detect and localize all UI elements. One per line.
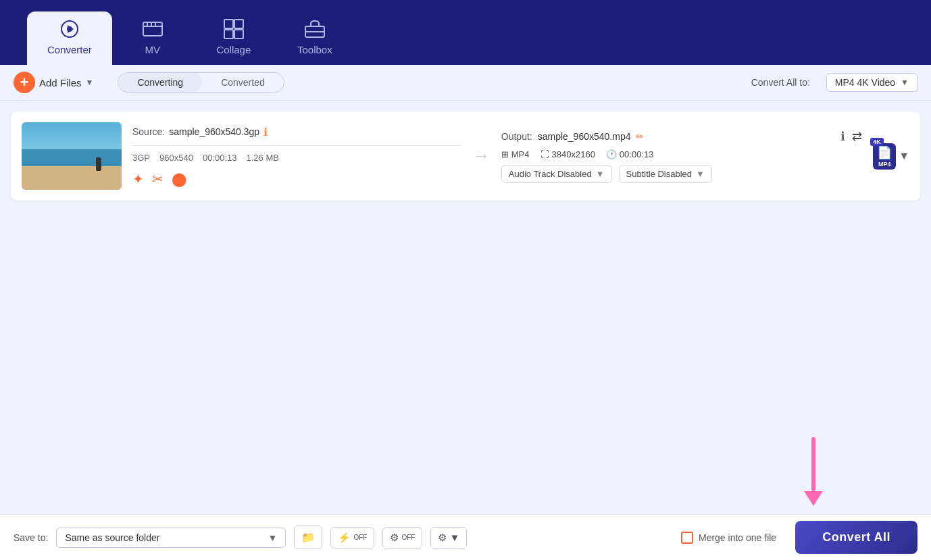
- svg-rect-11: [234, 30, 243, 39]
- source-info-icon[interactable]: ℹ: [263, 126, 268, 138]
- tab-toolbox[interactable]: Toolbox: [274, 11, 355, 65]
- file-list: Source: sample_960x540.3gp ℹ 3GP 960x540…: [0, 101, 931, 514]
- format-badge: 4K 📄 MP4: [873, 143, 896, 170]
- hardware-accel-label: OFF: [401, 534, 415, 541]
- tab-mv[interactable]: MV: [112, 11, 193, 65]
- file-duration: 00:00:13: [203, 153, 237, 163]
- file-card: Source: sample_960x540.3gp ℹ 3GP 960x540…: [11, 111, 920, 201]
- audio-subtitle-row: Audio Track Disabled ▼ Subtitle Disabled…: [501, 165, 862, 183]
- flash-off-label: OFF: [353, 534, 367, 541]
- svg-rect-8: [224, 20, 233, 28]
- svg-rect-3: [143, 22, 162, 36]
- source-divider: [132, 145, 461, 146]
- svg-point-2: [67, 26, 72, 32]
- subtitle-label: Subtitle Disabled: [626, 169, 693, 179]
- hardware-accel-button[interactable]: ⚙ OFF: [382, 527, 422, 549]
- output-format-icon: ⊞: [501, 149, 509, 159]
- main-wrapper: + Add Files ▼ Converting Converted Conve…: [0, 65, 931, 560]
- flash-off-icon: ⚡: [338, 532, 351, 544]
- tab-collage-label: Collage: [216, 44, 251, 55]
- save-to-label: Save to:: [14, 532, 48, 543]
- merge-label-text: Merge into one file: [699, 532, 776, 543]
- subtitle-dropdown[interactable]: Subtitle Disabled ▼: [619, 165, 712, 183]
- settings-button[interactable]: ⚙ ▼: [430, 527, 467, 549]
- output-resolution-icon: ⛶: [540, 149, 549, 159]
- convert-all-button[interactable]: Convert All: [795, 521, 917, 554]
- enhance-icon[interactable]: ✦: [132, 171, 144, 187]
- beach-figure: [96, 157, 101, 171]
- edit-output-icon[interactable]: ✏: [636, 131, 644, 142]
- beach-sea: [22, 149, 122, 166]
- audio-track-dropdown[interactable]: Audio Track Disabled ▼: [501, 165, 612, 183]
- merge-checkbox[interactable]: [681, 532, 693, 544]
- tab-converted[interactable]: Converted: [202, 73, 284, 92]
- format-select-label: MP4 4K Video: [835, 77, 895, 88]
- output-info-icon[interactable]: ℹ: [840, 129, 845, 144]
- toolbox-icon: [304, 18, 326, 40]
- beach-scene: [22, 122, 122, 190]
- svg-rect-9: [234, 20, 243, 28]
- tab-collage[interactable]: Collage: [193, 11, 274, 65]
- source-line: Source: sample_960x540.3gp ℹ: [132, 126, 461, 138]
- tab-mv-label: MV: [145, 44, 161, 55]
- file-size: 1.26 MB: [247, 153, 279, 163]
- converter-icon: [59, 18, 80, 40]
- save-to-dropdown[interactable]: Same as source folder ▼: [56, 528, 286, 548]
- output-duration-meta: 🕐 00:00:13: [606, 149, 654, 159]
- badge-4k-label: 4K: [870, 138, 884, 146]
- file-format: 3GP: [132, 153, 150, 163]
- source-name: sample_960x540.3gp: [169, 126, 259, 137]
- format-badge-container: 4K 📄 MP4 ▼: [873, 143, 909, 170]
- file-resolution: 960x540: [159, 153, 193, 163]
- output-duration-label: 00:00:13: [620, 149, 654, 159]
- tab-converter-label: Converter: [47, 44, 92, 55]
- convert-arrow-icon: →: [472, 145, 490, 167]
- beach-sand: [22, 166, 122, 190]
- badge-format-label: MP4: [878, 161, 891, 168]
- flash-off-button[interactable]: ⚡ OFF: [330, 527, 374, 549]
- format-select-dropdown[interactable]: MP4 4K Video ▼: [826, 73, 917, 92]
- merge-label[interactable]: Merge into one file: [681, 532, 776, 544]
- output-resolution-label: 3840x2160: [552, 149, 595, 159]
- add-files-button[interactable]: + Add Files ▼: [14, 72, 93, 93]
- format-select-arrow-icon: ▼: [901, 78, 909, 87]
- open-folder-button[interactable]: 📁: [294, 526, 322, 549]
- settings-gear-icon: ⚙: [438, 532, 447, 544]
- tab-toolbox-label: Toolbox: [297, 44, 332, 55]
- toolbar: + Add Files ▼ Converting Converted Conve…: [0, 65, 931, 101]
- save-to-arrow-icon: ▼: [268, 532, 278, 543]
- converting-converted-tabs: Converting Converted: [118, 72, 284, 93]
- tab-converting[interactable]: Converting: [118, 73, 202, 92]
- file-info-left: Source: sample_960x540.3gp ℹ 3GP 960x540…: [132, 126, 461, 187]
- output-clock-icon: 🕐: [606, 149, 617, 159]
- add-files-dropdown-arrow[interactable]: ▼: [86, 78, 94, 87]
- audio-track-arrow-icon: ▼: [596, 169, 605, 179]
- bottom-bar: Save to: Same as source folder ▼ 📁 ⚡ OFF…: [0, 514, 931, 560]
- folder-icon: 📁: [301, 531, 315, 544]
- color-icon[interactable]: ⬤: [172, 171, 186, 187]
- source-label: Source:: [132, 126, 165, 137]
- save-to-path: Same as source folder: [65, 532, 159, 543]
- output-resolution-meta: ⛶ 3840x2160: [540, 149, 595, 159]
- subtitle-arrow-icon: ▼: [696, 169, 705, 179]
- add-files-plus-icon: +: [14, 72, 35, 93]
- output-format-meta: ⊞ MP4: [501, 149, 530, 159]
- hardware-accel-icon: ⚙: [390, 532, 399, 544]
- output-meta: ⊞ MP4 ⛶ 3840x2160 🕐 00:00:13: [501, 149, 862, 159]
- tab-converter[interactable]: Converter: [27, 11, 112, 65]
- output-line: Output: sample_960x540.mp4 ✏ ℹ ⇄: [501, 129, 862, 144]
- output-actions-right: ℹ ⇄: [840, 129, 862, 144]
- arrow-shaft: [811, 437, 815, 491]
- output-format-label: MP4: [511, 149, 530, 159]
- arrow-head: [804, 491, 823, 506]
- file-info-right: Output: sample_960x540.mp4 ✏ ℹ ⇄ ⊞ MP4: [501, 129, 862, 183]
- output-settings-icon[interactable]: ⇄: [852, 129, 862, 144]
- convert-all-to-label: Convert All to:: [751, 77, 810, 88]
- cut-icon[interactable]: ✂: [152, 171, 163, 187]
- arrow-pointer-annotation: [804, 437, 823, 506]
- svg-rect-10: [224, 30, 233, 39]
- badge-dropdown-arrow-icon[interactable]: ▼: [899, 150, 909, 162]
- output-name: sample_960x540.mp4: [538, 131, 631, 142]
- add-files-label: Add Files: [39, 77, 82, 88]
- file-actions: ✦ ✂ ⬤: [132, 171, 461, 187]
